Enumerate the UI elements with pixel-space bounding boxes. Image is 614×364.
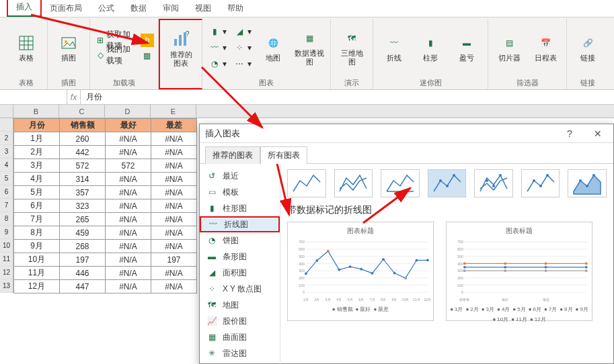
dialog-tab-all[interactable]: 所有图表	[260, 146, 307, 164]
cell[interactable]: #N/A	[151, 199, 197, 213]
cell[interactable]: 314	[60, 173, 106, 186]
cell[interactable]: 572	[106, 159, 151, 173]
cell[interactable]: 10月	[14, 253, 60, 267]
table-header[interactable]: 月份	[14, 119, 60, 132]
chart-preview-1[interactable]: 图表标题 01002003004005006007001月2月3月4月5月6月7…	[287, 222, 434, 321]
row-header[interactable]: 2	[0, 132, 13, 145]
subtype-2[interactable]	[381, 169, 420, 197]
cell[interactable]: 268	[60, 240, 106, 253]
subtype-0[interactable]	[287, 169, 326, 197]
cell[interactable]: 459	[60, 226, 106, 240]
chart-type-scatter[interactable]: ⁘▾	[231, 40, 254, 55]
link-button[interactable]: 🔗链接	[571, 25, 605, 71]
cell[interactable]: 4月	[14, 173, 60, 186]
cell[interactable]: #N/A	[106, 213, 151, 226]
cell[interactable]: 2月	[14, 146, 60, 159]
cell[interactable]: 446	[60, 267, 106, 280]
row-header[interactable]: 3	[0, 145, 13, 158]
cell[interactable]: 3月	[14, 159, 60, 173]
cell[interactable]: 260	[60, 132, 106, 146]
chart-type-pie[interactable]: ◔▾	[206, 56, 229, 71]
table-header[interactable]: 最好	[106, 119, 151, 132]
subtype-5[interactable]	[521, 169, 560, 197]
cell[interactable]: #N/A	[151, 146, 197, 159]
row-header[interactable]: 8	[0, 212, 13, 226]
row-header[interactable]: 11	[0, 253, 13, 266]
3dmap-button[interactable]: 🗺 三维地 图	[335, 25, 369, 71]
chart-type-bar[interactable]: ▮▾	[206, 24, 229, 39]
row-header[interactable]: 10	[0, 239, 13, 253]
cell[interactable]: #N/A	[106, 199, 151, 213]
table-button[interactable]: 表格	[9, 25, 43, 71]
nav-柱形图[interactable]: ▮柱形图	[200, 200, 280, 216]
slicer-button[interactable]: ▤切片器	[492, 25, 526, 71]
row-header[interactable]: 7	[0, 199, 13, 212]
cell[interactable]: 197	[151, 253, 197, 267]
cell[interactable]: #N/A	[106, 186, 151, 199]
col-d[interactable]: D	[105, 105, 151, 118]
timeline-button[interactable]: 📅日程表	[529, 25, 562, 71]
table-header[interactable]: 最差	[151, 119, 197, 132]
col-c[interactable]: C	[59, 105, 105, 118]
nav-模板[interactable]: ▭模板	[200, 184, 280, 200]
cell[interactable]: #N/A	[106, 146, 151, 159]
cell[interactable]: 447	[60, 280, 106, 293]
table-header[interactable]: 销售额	[60, 119, 106, 132]
nav-折线图[interactable]: 〰折线图	[200, 216, 280, 232]
cell[interactable]: 8月	[14, 226, 60, 240]
cell[interactable]: 12月	[14, 280, 60, 293]
cell[interactable]: #N/A	[151, 173, 197, 186]
cell[interactable]: #N/A	[106, 240, 151, 253]
row-header[interactable]: 9	[0, 226, 13, 239]
cell[interactable]: #N/A	[151, 267, 197, 280]
subtype-6[interactable]	[568, 169, 607, 197]
nav-最近[interactable]: ↺最近	[200, 168, 280, 184]
recommended-chart-button[interactable]: ? 推荐的 图表	[164, 26, 198, 72]
formula-input[interactable]: 月份	[81, 90, 614, 104]
row-header[interactable]: 6	[0, 185, 13, 199]
cell[interactable]: 5月	[14, 186, 60, 199]
dialog-tab-recommended[interactable]: 推荐的图表	[205, 146, 260, 164]
row-header[interactable]: 13	[0, 279, 13, 293]
tab-review[interactable]: 审阅	[155, 0, 187, 17]
cell[interactable]: #N/A	[106, 253, 151, 267]
tab-layout[interactable]: 页面布局	[42, 0, 90, 17]
nav-饼图[interactable]: ◔饼图	[200, 232, 280, 248]
cell[interactable]: 9月	[14, 240, 60, 253]
my-addins[interactable]: ◇我的加载项	[94, 48, 135, 62]
illustrations-button[interactable]: 插图	[52, 25, 85, 71]
subtype-3[interactable]	[428, 169, 467, 197]
tab-insert[interactable]: 插入	[7, 0, 42, 17]
cell[interactable]: 11月	[14, 267, 60, 280]
sparkline-line[interactable]: 〰折线	[377, 25, 411, 71]
subtype-4[interactable]	[474, 169, 513, 197]
cell[interactable]: 7月	[14, 213, 60, 226]
chart-type-line[interactable]: 〰▾	[206, 40, 229, 55]
cell[interactable]: #N/A	[106, 280, 151, 293]
subtype-1[interactable]	[334, 169, 373, 197]
cell[interactable]: #N/A	[151, 159, 197, 173]
nav-X Y 散点图[interactable]: ⁘X Y 散点图	[200, 281, 280, 297]
pivotchart-button[interactable]: ▦ 数据透视图	[293, 25, 326, 71]
cell[interactable]: 572	[60, 159, 106, 173]
sparkline-bar[interactable]: ▮柱形	[414, 25, 447, 71]
sparkline-winloss[interactable]: ▬盈亏	[450, 25, 484, 71]
row-header[interactable]: 5	[0, 172, 13, 185]
nav-曲面图[interactable]: ▦曲面图	[200, 329, 280, 345]
cell[interactable]: #N/A	[151, 226, 197, 240]
tab-view[interactable]: 视图	[187, 0, 219, 17]
tab-formulas[interactable]: 公式	[90, 0, 122, 17]
cell[interactable]: 442	[60, 146, 106, 159]
tab-data[interactable]: 数据	[122, 0, 155, 17]
nav-地图[interactable]: 🗺地图	[200, 297, 280, 313]
chart-preview-2[interactable]: 图表标题 0100200300400500600700销售额最好最差 1月2月3…	[446, 222, 592, 321]
map-button[interactable]: 🌐 地图	[256, 25, 290, 71]
cell[interactable]: 265	[60, 213, 106, 226]
cell[interactable]: #N/A	[106, 267, 151, 280]
fx-icon[interactable]: fx	[67, 90, 81, 104]
help-button[interactable]: ?	[560, 128, 580, 139]
row-header[interactable]: 4	[0, 158, 13, 172]
cell[interactable]: 197	[60, 253, 106, 267]
cell[interactable]: #N/A	[151, 132, 197, 146]
nav-面积图[interactable]: ◢面积图	[200, 265, 280, 281]
